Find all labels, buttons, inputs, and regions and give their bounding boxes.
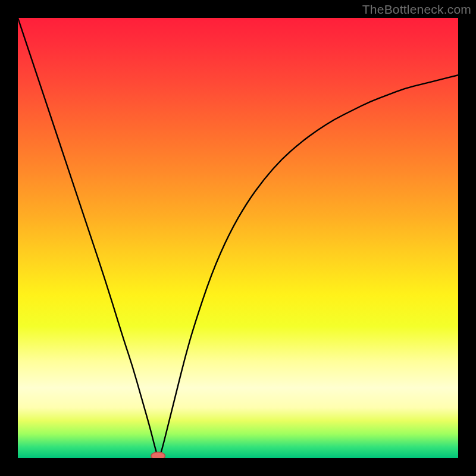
watermark-text: TheBottleneck.com [362, 2, 471, 17]
chart-frame: TheBottleneck.com [0, 0, 476, 476]
minimum-marker [151, 452, 165, 458]
plot-area [18, 18, 458, 458]
gradient-background [18, 18, 458, 458]
bottleneck-chart [18, 18, 458, 458]
